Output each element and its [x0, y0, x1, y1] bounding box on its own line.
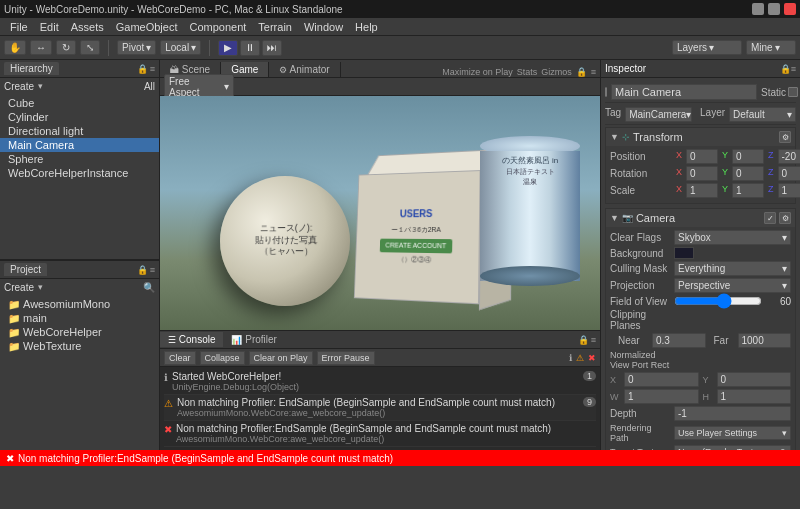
project-tab[interactable]: Project [4, 263, 47, 276]
console-message-1[interactable]: ⚠ Non matching Profiler: EndSample (Begi… [164, 395, 596, 421]
hierarchy-create-btn[interactable]: Create [4, 81, 34, 92]
menu-help[interactable]: Help [349, 21, 384, 33]
menu-gameobject[interactable]: GameObject [110, 21, 184, 33]
scale-y[interactable] [732, 183, 764, 198]
panel-lock-icon[interactable]: 🔒 [576, 67, 587, 77]
projection-dropdown[interactable]: Perspective ▾ [674, 278, 791, 293]
near-input[interactable] [652, 333, 706, 348]
camera-enabled-checkbox[interactable]: ✓ [764, 212, 776, 224]
menu-window[interactable]: Window [298, 21, 349, 33]
far-input[interactable] [738, 333, 792, 348]
project-create-btn[interactable]: Create [4, 282, 34, 293]
hierarchy-item-sphere[interactable]: Sphere [0, 152, 159, 166]
position-x[interactable] [686, 149, 718, 164]
render-path-dropdown[interactable]: Use Player Settings ▾ [674, 426, 791, 440]
console-tab[interactable]: ☰ Console [160, 332, 223, 347]
position-y[interactable] [732, 149, 764, 164]
layer-dropdown[interactable]: Default ▾ [729, 107, 796, 122]
project-menu-icon[interactable]: ≡ [150, 265, 155, 275]
step-button[interactable]: ⏭ [262, 40, 282, 56]
vp-x[interactable] [624, 372, 699, 387]
scale-x[interactable] [686, 183, 718, 198]
rotation-x[interactable] [686, 166, 718, 181]
position-z[interactable] [778, 149, 800, 164]
go-name-input[interactable] [611, 84, 757, 100]
depth-input[interactable] [674, 406, 791, 421]
stats-btn[interactable]: Stats [517, 67, 538, 77]
inspector-lock-icon[interactable]: 🔒 [780, 64, 791, 74]
project-item-main[interactable]: 📁 main [0, 311, 159, 325]
pivot-dropdown[interactable]: Pivot ▾ [117, 40, 156, 55]
menu-terrain[interactable]: Terrain [252, 21, 298, 33]
console-message-2[interactable]: ✖ Non matching Profiler:EndSample (Begin… [164, 421, 596, 447]
hierarchy-tab[interactable]: Hierarchy [4, 62, 59, 75]
play-button[interactable]: ▶ [218, 40, 238, 56]
scale-tool-button[interactable]: ⤡ [80, 40, 100, 55]
static-checkbox[interactable] [788, 87, 798, 97]
hierarchy-item-webcore-helper[interactable]: WebCoreHelperInstance [0, 166, 159, 180]
vp-h[interactable] [717, 389, 792, 404]
menu-file[interactable]: File [4, 21, 34, 33]
scene-canvas[interactable]: ニュース(ノ):貼り付けた写真（ヒャハー） USERS ー１パ３6カ2RA CR… [160, 96, 600, 330]
panel-menu-icon[interactable]: ≡ [591, 67, 596, 77]
project-search-icon[interactable]: 🔍 [143, 282, 155, 293]
rotation-z[interactable] [778, 166, 800, 181]
error-filter-icon[interactable]: ✖ [588, 353, 596, 363]
hierarchy-lock-icon[interactable]: 🔒 [137, 64, 148, 74]
culling-mask-dropdown[interactable]: Everything ▾ [674, 261, 791, 276]
maximize-button[interactable] [768, 3, 780, 15]
target-tex-dropdown[interactable]: None (Render Text ⊙ [674, 445, 791, 450]
inspector-tab[interactable]: Inspector [605, 63, 646, 74]
hierarchy-item-directional-light[interactable]: Directional light [0, 124, 159, 138]
tag-dropdown[interactable]: MainCamera ▾ [625, 107, 692, 122]
menu-component[interactable]: Component [183, 21, 252, 33]
minimize-button[interactable] [752, 3, 764, 15]
hierarchy-item-cylinder[interactable]: Cylinder [0, 110, 159, 124]
maximize-on-play-btn[interactable]: Maximize on Play [442, 67, 513, 77]
scale-z[interactable] [778, 183, 800, 198]
layers-dropdown[interactable]: Layers ▾ [672, 40, 742, 55]
inspector-menu-icon[interactable]: ≡ [791, 64, 796, 74]
mine-dropdown[interactable]: Mine ▾ [746, 40, 796, 55]
project-item-webcore[interactable]: 📁 WebCoreHelper [0, 325, 159, 339]
hierarchy-create-arrow[interactable]: ▾ [38, 81, 43, 91]
clear-on-play-button[interactable]: Clear on Play [249, 351, 313, 365]
project-item-webtexture[interactable]: 📁 WebTexture [0, 339, 159, 353]
menu-edit[interactable]: Edit [34, 21, 65, 33]
gizmos-btn[interactable]: Gizmos [541, 67, 572, 77]
camera-header[interactable]: ▼ 📷 Camera ✓ ⚙ [606, 209, 795, 227]
collapse-button[interactable]: Collapse [200, 351, 245, 365]
rotate-tool-button[interactable]: ↻ [56, 40, 76, 55]
hierarchy-item-cube[interactable]: Cube [0, 96, 159, 110]
hierarchy-menu-icon[interactable]: ≡ [150, 64, 155, 74]
menu-assets[interactable]: Assets [65, 21, 110, 33]
hierarchy-item-main-camera[interactable]: Main Camera [0, 138, 159, 152]
project-create-arrow[interactable]: ▾ [38, 282, 43, 292]
error-pause-button[interactable]: Error Pause [317, 351, 375, 365]
local-dropdown[interactable]: Local ▾ [160, 40, 201, 55]
console-message-0[interactable]: ℹ Started WebCoreHelper! UnityEngine.Deb… [164, 369, 596, 395]
warn-filter-icon[interactable]: ⚠ [576, 353, 584, 363]
console-menu-icon[interactable]: ≡ [591, 335, 596, 345]
vp-y[interactable] [717, 372, 792, 387]
pause-button[interactable]: ⏸ [240, 40, 260, 56]
fov-input[interactable] [674, 295, 762, 307]
project-lock-icon[interactable]: 🔒 [137, 265, 148, 275]
hierarchy-all-btn[interactable]: All [144, 81, 155, 92]
transform-header[interactable]: ▼ ⊹ Transform ⚙ [606, 128, 795, 146]
console-lock-icon[interactable]: 🔒 [578, 335, 589, 345]
vp-w[interactable] [624, 389, 699, 404]
profiler-tab[interactable]: 📊 Profiler [223, 332, 284, 347]
transform-settings-icon[interactable]: ⚙ [779, 131, 791, 143]
clear-flags-dropdown[interactable]: Skybox ▾ [674, 230, 791, 245]
background-color[interactable] [674, 247, 694, 259]
go-active-checkbox[interactable] [605, 87, 607, 97]
hand-tool-button[interactable]: ✋ [4, 40, 26, 55]
rotation-y[interactable] [732, 166, 764, 181]
close-button[interactable] [784, 3, 796, 15]
clear-button[interactable]: Clear [164, 351, 196, 365]
info-filter-icon[interactable]: ℹ [569, 353, 572, 363]
animator-tab[interactable]: ⚙ Animator [269, 62, 340, 77]
camera-settings-icon[interactable]: ⚙ [779, 212, 791, 224]
project-item-awesomium[interactable]: 📁 AwesomiumMono [0, 297, 159, 311]
